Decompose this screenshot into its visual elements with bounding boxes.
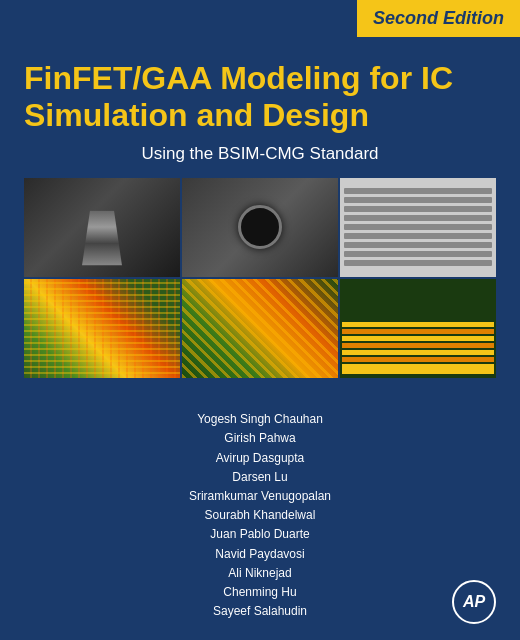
fin-line-1 (344, 188, 492, 194)
circuit-line-2 (342, 329, 494, 334)
image-circuit-1 (24, 279, 180, 378)
fin-line-7 (344, 242, 492, 248)
edition-badge: Second Edition (357, 0, 520, 37)
images-grid (24, 178, 496, 378)
fin-line-6 (344, 233, 492, 239)
author-4: Darsen Lu (189, 468, 331, 487)
author-3: Avirup Dasgupta (189, 449, 331, 468)
fin-line-8 (344, 251, 492, 257)
circuit-line-4 (342, 343, 494, 348)
circuit-line-5 (342, 350, 494, 355)
author-9: Ali Niknejad (189, 564, 331, 583)
fin-line-3 (344, 206, 492, 212)
author-6: Sourabh Khandelwal (189, 506, 331, 525)
author-7: Juan Pablo Duarte (189, 525, 331, 544)
author-1: Yogesh Singh Chauhan (189, 410, 331, 429)
publisher-logo: AP (452, 580, 496, 624)
author-5: Sriramkumar Venugopalan (189, 487, 331, 506)
image-finfet-sem (24, 178, 180, 277)
image-circuit-3 (340, 279, 496, 378)
main-title: FinFET/GAA Modeling for IC Simulation an… (24, 60, 496, 134)
circuit-line-3 (342, 336, 494, 341)
circuit-line-7 (342, 364, 494, 374)
author-2: Girish Pahwa (189, 429, 331, 448)
circuit-line-1 (342, 322, 494, 327)
subtitle: Using the BSIM-CMG Standard (24, 144, 496, 164)
title-section: FinFET/GAA Modeling for IC Simulation an… (0, 60, 520, 178)
authors-section: Yogesh Singh Chauhan Girish Pahwa Avirup… (169, 392, 351, 640)
fin-line-9 (344, 260, 492, 266)
fin-line-2 (344, 197, 492, 203)
author-8: Navid Paydavosi (189, 545, 331, 564)
image-fins-sem (340, 178, 496, 277)
fin-line-4 (344, 215, 492, 221)
author-10: Chenming Hu (189, 583, 331, 602)
image-circuit-2 (182, 279, 338, 378)
publisher-ap-text: AP (463, 594, 485, 610)
book-cover: Second Edition FinFET/GAA Modeling for I… (0, 0, 520, 640)
image-hole-sem (182, 178, 338, 277)
edition-label: Second Edition (373, 8, 504, 28)
author-11: Sayeef Salahudin (189, 602, 331, 621)
fin-line-5 (344, 224, 492, 230)
circuit-line-6 (342, 357, 494, 362)
